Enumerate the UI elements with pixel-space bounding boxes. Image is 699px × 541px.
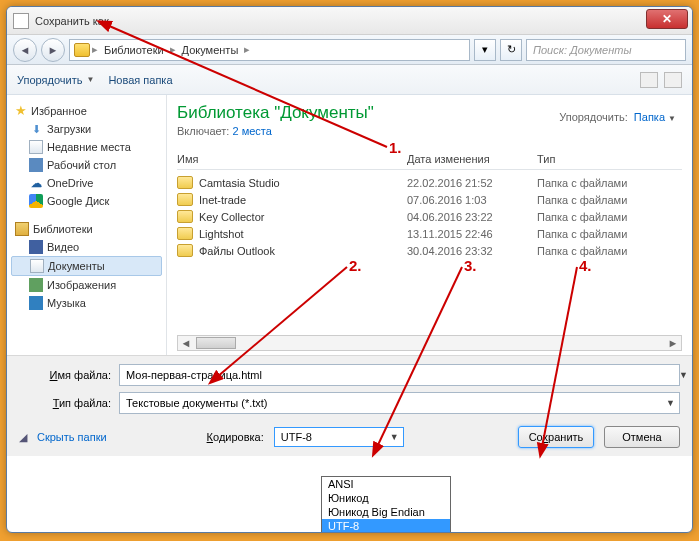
scroll-right-icon[interactable]: ► — [665, 336, 681, 350]
column-name[interactable]: Имя — [177, 153, 407, 165]
encoding-option-utf8[interactable]: UTF-8 — [322, 519, 450, 533]
chevron-right-icon: ▸ — [244, 43, 250, 56]
back-button[interactable]: ◄ — [13, 38, 37, 62]
desktop-icon — [29, 158, 43, 172]
refresh-button[interactable]: ↻ — [500, 39, 522, 61]
onedrive-icon: ☁ — [29, 176, 43, 190]
save-as-dialog: Сохранить как ✕ ◄ ► ▸ Библиотеки ▸ Докум… — [6, 6, 693, 533]
encoding-label: Кодировка: — [207, 431, 264, 443]
sidebar-item-downloads[interactable]: ⬇Загрузки — [11, 120, 162, 138]
filetype-select[interactable]: Текстовые документы (*.txt)▼ — [119, 392, 680, 414]
annotation-2: 2. — [349, 257, 362, 274]
search-input[interactable]: Поиск: Документы — [526, 39, 686, 61]
bottom-panel: Имя файла: Моя-первая-страница.html▼ Тип… — [7, 355, 692, 456]
list-item[interactable]: Lightshot13.11.2015 22:46Папка с файлами — [177, 225, 682, 242]
history-dropdown[interactable]: ▾ — [474, 39, 496, 61]
forward-button[interactable]: ► — [41, 38, 65, 62]
chevron-down-icon[interactable]: ▼ — [679, 370, 688, 380]
sidebar-favorites-header[interactable]: ★Избранное — [11, 101, 162, 120]
column-type[interactable]: Тип — [537, 153, 682, 165]
recent-icon — [29, 140, 43, 154]
navbar: ◄ ► ▸ Библиотеки ▸ Документы ▸ ▾ ↻ Поиск… — [7, 35, 692, 65]
expand-icon[interactable]: ◢ — [19, 431, 27, 444]
star-icon: ★ — [15, 103, 27, 118]
document-icon — [30, 259, 44, 273]
list-item[interactable]: Inet-trade07.06.2016 1:03Папка с файлами — [177, 191, 682, 208]
window-title: Сохранить как — [35, 15, 109, 27]
save-button[interactable]: Сохранить — [518, 426, 594, 448]
titlebar: Сохранить как ✕ — [7, 7, 692, 35]
breadcrumb-root[interactable]: Библиотеки — [100, 44, 168, 56]
filename-label: Имя файла: — [19, 369, 119, 381]
column-date[interactable]: Дата изменения — [407, 153, 537, 165]
encoding-select[interactable]: UTF-8▼ — [274, 427, 404, 447]
filename-input[interactable]: Моя-первая-страница.html▼ — [119, 364, 680, 386]
breadcrumb-current[interactable]: Документы — [178, 44, 243, 56]
chevron-down-icon: ▼ — [86, 75, 94, 84]
library-icon — [15, 222, 29, 236]
filetype-label: Тип файла: — [19, 397, 119, 409]
chevron-right-icon: ▸ — [170, 43, 176, 56]
encoding-option-ansi[interactable]: ANSI — [322, 477, 450, 491]
close-button[interactable]: ✕ — [646, 9, 688, 29]
sort-control[interactable]: Упорядочить: Папка ▼ — [559, 111, 676, 123]
scrollbar-thumb[interactable] — [196, 337, 236, 349]
folder-icon — [177, 227, 193, 240]
folder-icon — [177, 210, 193, 223]
image-icon — [29, 278, 43, 292]
folder-icon — [177, 193, 193, 206]
view-mode-button[interactable] — [640, 72, 658, 88]
horizontal-scrollbar[interactable]: ◄ ► — [177, 335, 682, 351]
sidebar: ★Избранное ⬇Загрузки Недавние места Рабо… — [7, 95, 167, 355]
cancel-button[interactable]: Отмена — [604, 426, 680, 448]
main-panel: Библиотека "Документы" Включает: 2 места… — [167, 95, 692, 355]
chevron-down-icon[interactable]: ▼ — [666, 398, 675, 408]
toolbar: Упорядочить▼ Новая папка — [7, 65, 692, 95]
sidebar-item-images[interactable]: Изображения — [11, 276, 162, 294]
includes-link[interactable]: 2 места — [232, 125, 271, 137]
chevron-down-icon: ▼ — [668, 114, 676, 123]
sidebar-item-onedrive[interactable]: ☁OneDrive — [11, 174, 162, 192]
annotation-1: 1. — [389, 139, 402, 156]
download-icon: ⬇ — [29, 122, 43, 136]
scroll-left-icon[interactable]: ◄ — [178, 336, 194, 350]
list-item[interactable]: Camtasia Studio22.02.2016 21:52Папка с ф… — [177, 174, 682, 191]
app-icon — [13, 13, 29, 29]
new-folder-button[interactable]: Новая папка — [108, 74, 172, 86]
chevron-down-icon: ▼ — [390, 432, 399, 442]
sidebar-item-music[interactable]: Музыка — [11, 294, 162, 312]
folder-icon — [74, 43, 90, 57]
annotation-3: 3. — [464, 257, 477, 274]
encoding-option-unicode-be[interactable]: Юникод Big Endian — [322, 505, 450, 519]
chevron-right-icon: ▸ — [92, 43, 98, 56]
music-icon — [29, 296, 43, 310]
help-button[interactable] — [664, 72, 682, 88]
folder-icon — [177, 244, 193, 257]
list-item[interactable]: Файлы Outlook30.04.2016 23:32Папка с фай… — [177, 242, 682, 259]
video-icon — [29, 240, 43, 254]
list-item[interactable]: Key Collector04.06.2016 23:22Папка с фай… — [177, 208, 682, 225]
encoding-dropdown-list: ANSI Юникод Юникод Big Endian UTF-8 — [321, 476, 451, 533]
library-subtitle: Включает: 2 места — [177, 125, 682, 137]
sidebar-item-documents[interactable]: Документы — [11, 256, 162, 276]
sidebar-item-recent[interactable]: Недавние места — [11, 138, 162, 156]
file-list: Camtasia Studio22.02.2016 21:52Папка с ф… — [177, 174, 682, 259]
sidebar-item-video[interactable]: Видео — [11, 238, 162, 256]
googledrive-icon — [29, 194, 43, 208]
body: ★Избранное ⬇Загрузки Недавние места Рабо… — [7, 95, 692, 355]
folder-icon — [177, 176, 193, 189]
breadcrumb[interactable]: ▸ Библиотеки ▸ Документы ▸ — [69, 39, 470, 61]
hide-folders-link[interactable]: Скрыть папки — [37, 431, 107, 443]
sidebar-item-googledrive[interactable]: Google Диск — [11, 192, 162, 210]
sidebar-item-desktop[interactable]: Рабочий стол — [11, 156, 162, 174]
encoding-option-unicode[interactable]: Юникод — [322, 491, 450, 505]
column-headers: Имя Дата изменения Тип — [177, 153, 682, 170]
annotation-4: 4. — [579, 257, 592, 274]
sidebar-libraries-header[interactable]: Библиотеки — [11, 220, 162, 238]
organize-button[interactable]: Упорядочить▼ — [17, 74, 94, 86]
